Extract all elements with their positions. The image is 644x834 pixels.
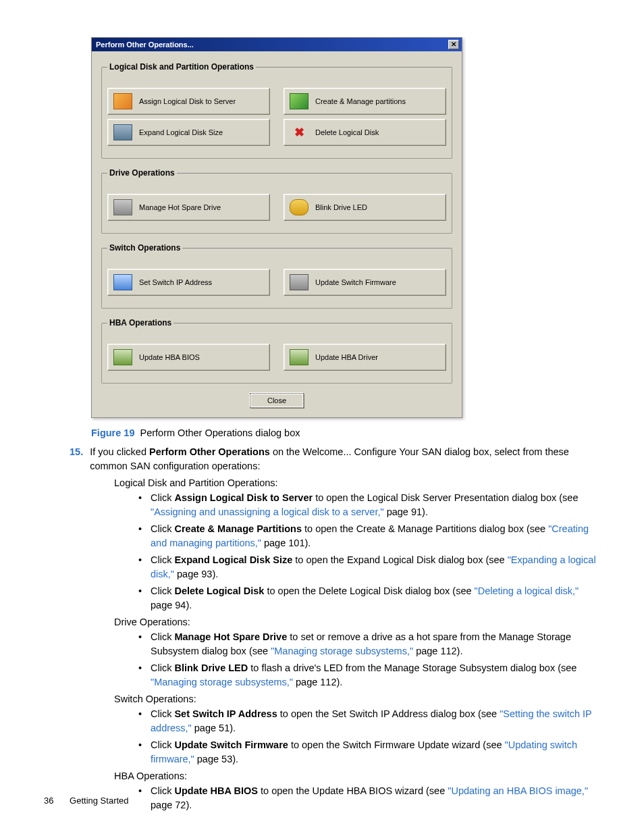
button-label: Update HBA BIOS [139,353,200,361]
blink-drive-led-button[interactable]: Blink Drive LED [284,194,446,221]
section-heading: HBA Operations: [114,771,600,781]
delete-logical-disk-button[interactable]: ✖ Delete Logical Disk [284,119,446,146]
list-item: Click Manage Hot Spare Drive to set or r… [138,630,600,658]
section-title: Getting Started [70,796,128,806]
logical-disk-group: Logical Disk and Partition Operations As… [101,62,452,159]
step-text: If you clicked [90,446,149,457]
bold-term: Update HBA BIOS [174,785,258,796]
cross-ref-link[interactable]: "Deleting a logical disk," [475,585,579,596]
cross-ref-link[interactable]: "Managing storage subsystems," [271,646,413,656]
step-number: 15. [70,445,83,473]
assign-logical-disk-button[interactable]: Assign Logical Disk to Server [107,88,270,115]
dialog-body: Logical Disk and Partition Operations As… [92,51,462,417]
section-heading: Drive Operations: [114,617,600,627]
bold-term: Update Switch Firmware [174,739,288,750]
button-label: Set Switch IP Address [139,278,212,286]
section-heading: Logical Disk and Partition Operations: [114,477,600,488]
drive-operations-group: Drive Operations Manage Hot Spare Drive … [101,168,452,234]
update-switch-firmware-button[interactable]: Update Switch Firmware [284,269,446,296]
section-heading: Switch Operations: [114,694,600,704]
hba-bios-icon [113,349,132,365]
group-legend: Logical Disk and Partition Operations [107,62,256,72]
bold-term: Manage Hot Spare Drive [174,631,287,642]
cross-ref-link[interactable]: "Assigning and unassigning a logical dis… [151,506,384,517]
set-switch-ip-button[interactable]: Set Switch IP Address [107,269,270,296]
bold-term: Set Switch IP Address [174,708,277,719]
delete-icon: ✖ [290,124,308,140]
page-number: 36 [44,796,53,806]
bold-term: Assign Logical Disk to Server [174,492,313,503]
bold-term: Delete Logical Disk [174,585,264,596]
create-manage-partitions-button[interactable]: Create & Manage partitions [284,88,446,115]
switch-operations-group: Switch Operations Set Switch IP Address … [101,243,452,309]
button-label: Expand Logical Disk Size [139,128,223,136]
manage-hot-spare-button[interactable]: Manage Hot Spare Drive [107,194,270,221]
hot-spare-icon [113,199,132,215]
figure-caption: Figure 19 Perform Other Operations dialo… [91,427,600,438]
blink-led-icon [290,199,308,215]
group-legend: Drive Operations [107,168,177,178]
expand-disk-icon [113,124,132,140]
list-item: Click Update Switch Firmware to open the… [138,738,600,766]
step-bold: Perform Other Operations [149,446,270,457]
list-item: Click Create & Manage Partitions to open… [138,522,600,550]
button-label: Create & Manage partitions [315,97,406,105]
list-item: Click Update HBA BIOS to open the Update… [138,784,600,812]
update-hba-bios-button[interactable]: Update HBA BIOS [107,344,270,371]
bullet-list: Click Manage Hot Spare Drive to set or r… [138,630,600,689]
list-item: Click Set Switch IP Address to open the … [138,707,600,735]
perform-other-operations-dialog: Perform Other Operations... ✕ Logical Di… [91,37,462,418]
button-label: Blink Drive LED [315,203,367,211]
update-hba-driver-button[interactable]: Update HBA Driver [284,344,446,371]
bullet-list: Click Set Switch IP Address to open the … [138,707,600,766]
list-item: Click Delete Logical Disk to open the De… [138,584,600,613]
group-legend: Switch Operations [107,243,182,253]
partitions-icon [290,93,308,109]
figure-number: Figure 19 [91,427,134,438]
expand-logical-disk-button[interactable]: Expand Logical Disk Size [107,119,270,146]
bold-term: Blink Drive LED [174,662,248,673]
dialog-titlebar[interactable]: Perform Other Operations... ✕ [92,38,462,51]
bullet-list: Click Update HBA BIOS to open the Update… [138,784,600,812]
hba-operations-group: HBA Operations Update HBA BIOS Update HB… [101,318,452,384]
close-icon[interactable]: ✕ [448,40,459,49]
step-body: If you clicked Perform Other Operations … [90,445,600,473]
hba-driver-icon [290,349,308,365]
dialog-title: Perform Other Operations... [96,41,194,49]
bold-term: Create & Manage Partitions [174,523,302,534]
page-footer: 36 Getting Started [44,796,129,806]
button-label: Assign Logical Disk to Server [139,97,236,105]
button-label: Update HBA Driver [315,353,378,361]
cross-ref-link[interactable]: "Updating an HBA BIOS image," [448,785,588,796]
list-item: Click Assign Logical Disk to Server to o… [138,491,600,519]
bold-term: Expand Logical Disk Size [174,554,292,565]
button-label: Update Switch Firmware [315,278,396,286]
button-label: Delete Logical Disk [315,128,379,136]
close-button[interactable]: Close [250,393,304,408]
bullet-list: Click Assign Logical Disk to Server to o… [138,491,600,613]
assign-disk-icon [113,93,132,109]
button-label: Manage Hot Spare Drive [139,203,221,211]
switch-ip-icon [113,274,132,290]
firmware-icon [290,274,308,290]
figure-text: Perform Other Operations dialog box [140,427,300,438]
step-15: 15. If you clicked Perform Other Operati… [70,445,600,473]
list-item: Click Blink Drive LED to flash a drive's… [138,661,600,689]
list-item: Click Expand Logical Disk Size to open t… [138,553,600,581]
group-legend: HBA Operations [107,318,173,328]
cross-ref-link[interactable]: "Managing storage subsystems," [151,677,293,687]
